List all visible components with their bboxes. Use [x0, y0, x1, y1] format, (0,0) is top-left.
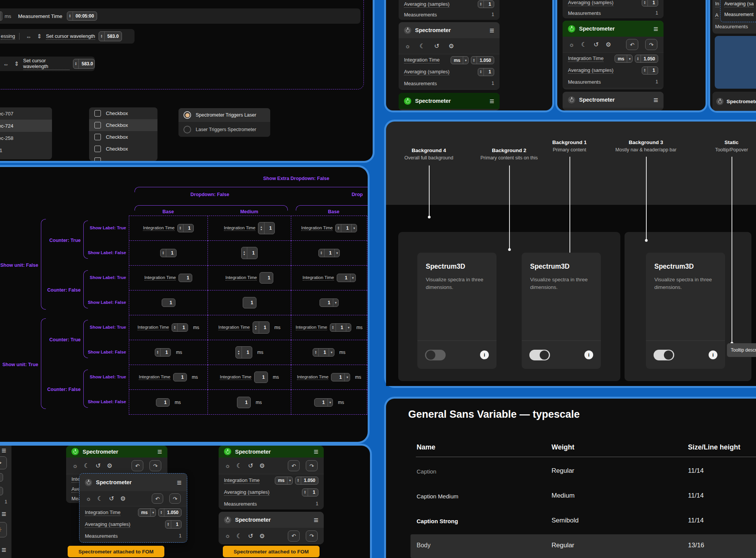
undo-button[interactable]: ↶ — [288, 460, 300, 471]
value-field[interactable]: 1 — [173, 373, 187, 381]
unit-select[interactable]: ms▾ — [615, 55, 633, 63]
card-header-green[interactable]: Spectrometer ≡ — [399, 93, 500, 109]
checkbox-icon[interactable] — [94, 146, 101, 152]
vertical-align-icon[interactable]: ⇕ — [37, 33, 42, 40]
averaging-label-clipped[interactable]: A — [715, 12, 719, 19]
menu-icon[interactable]: ≡ — [314, 516, 318, 524]
sun-icon[interactable]: ☼ — [225, 532, 230, 539]
power-icon[interactable] — [224, 516, 231, 524]
menu-icon[interactable]: ≡ — [157, 448, 162, 456]
menu-icon[interactable]: ≡ — [654, 25, 658, 33]
averaging-stepper[interactable]: ▲▼1 — [302, 488, 318, 496]
list-item[interactable]: pec-707 — [0, 107, 52, 120]
averaging-label[interactable]: Averaging (samples) — [404, 69, 449, 75]
chevron-down-icon[interactable]: ▾ — [627, 55, 632, 62]
averaging-label[interactable]: Averaging (samples) — [404, 1, 449, 8]
stepper-chevrons-icon[interactable]: ▲▼ — [67, 12, 73, 20]
radio-selected-icon[interactable] — [183, 111, 191, 119]
stepper[interactable]: ▲▼1 — [160, 249, 177, 257]
chevron-down-icon[interactable]: ▾ — [350, 274, 355, 282]
checkbox-row[interactable]: Checkbox — [89, 143, 157, 155]
menu-icon[interactable]: ≡ — [2, 446, 6, 454]
integration-stepper[interactable]: ▲▼1.050 — [635, 55, 658, 63]
redo-button[interactable]: ↷ — [169, 493, 181, 504]
stepper-dropdown[interactable]: ▲▼1▾ — [330, 323, 351, 332]
checkbox-row-partial[interactable] — [89, 155, 157, 161]
redo-button[interactable]: ↷ — [149, 460, 161, 471]
chevron-down-icon[interactable]: ▾ — [334, 249, 340, 257]
value-field[interactable]: 1 — [178, 274, 192, 282]
power-icon-green[interactable] — [71, 448, 79, 455]
chevron-down-icon[interactable]: ▾ — [344, 373, 350, 381]
chevron-down-icon[interactable]: ▾ — [463, 57, 468, 64]
redo-button[interactable]: ↷ — [306, 530, 318, 542]
power-icon[interactable] — [568, 96, 575, 104]
stepper[interactable]: ▲▼1 — [172, 323, 188, 332]
stepper[interactable]: ▲▼1 — [235, 346, 252, 358]
unit-select[interactable]: ms▾ — [451, 56, 469, 64]
averaging-stepper[interactable]: ▲▼1 — [642, 0, 658, 6]
sun-icon[interactable]: ☼ — [225, 462, 230, 469]
stepper[interactable]: ▲▼1 — [241, 247, 258, 259]
undo-button[interactable]: ↶ — [626, 39, 638, 50]
undo-button[interactable]: ↶ — [131, 460, 143, 471]
stepper-dropdown[interactable]: ▲▼1▾ — [318, 249, 340, 257]
stepper[interactable]: ▲▼1 — [177, 224, 194, 232]
power-icon-green[interactable] — [568, 25, 575, 32]
value-field[interactable]: 1 — [156, 398, 170, 407]
gear-icon[interactable]: ⚙ — [259, 532, 264, 540]
menu-icon[interactable]: ≡ — [177, 479, 182, 487]
gear-icon[interactable]: ⚙ — [107, 462, 112, 469]
wavelength-stepper[interactable]: ▲▼ 583.0 — [99, 31, 122, 41]
value-field[interactable]: 1 — [162, 298, 175, 307]
value-field[interactable]: 1 — [237, 397, 251, 408]
checkbox-icon[interactable] — [94, 122, 101, 128]
toggle-on[interactable] — [654, 350, 674, 360]
card-header[interactable]: Spectrometer ≡ — [399, 22, 500, 38]
set-cursor-wavelength-label[interactable]: Set cursor wavelength — [23, 58, 70, 70]
checkbox-icon[interactable] — [94, 157, 101, 161]
value-field[interactable]: 50 — [0, 473, 3, 482]
gear-icon[interactable]: ⚙ — [259, 462, 264, 469]
averaging-label[interactable]: Averaging (samples) — [85, 521, 130, 528]
averaging-label[interactable]: Averaging (samples) — [568, 0, 613, 6]
redo-button[interactable]: ↷ — [0, 456, 7, 469]
integration-stepper[interactable]: ▲▼1.050 — [295, 477, 318, 485]
list-item[interactable]: b 1 — [0, 144, 52, 156]
card-header[interactable]: Spectrometer ≡ — [563, 92, 664, 108]
info-icon[interactable]: i — [709, 350, 717, 359]
averaging-stepper[interactable]: ▲▼1 — [165, 520, 182, 529]
value-field-dropdown[interactable]: 1▾ — [320, 298, 339, 307]
card-header-green[interactable]: Spectrometer ≡ — [66, 446, 167, 457]
undo-button[interactable]: ↶ — [288, 530, 300, 542]
value-field[interactable]: 1 — [243, 297, 256, 308]
redo-button[interactable]: ↷ — [306, 460, 318, 471]
wavelength-stepper[interactable]: ▲▼ 583.0 — [73, 59, 95, 69]
value-field-dropdown[interactable]: 1▾ — [331, 373, 350, 381]
sun-icon[interactable]: ☼ — [72, 462, 78, 469]
averaging-stepper[interactable]: ▲▼1 — [478, 68, 494, 76]
list-item[interactable]: pec-258 — [0, 132, 52, 144]
table-row[interactable]: Caption Regular 11/14 — [386, 460, 756, 485]
value-field[interactable]: 1 — [254, 371, 268, 383]
checkbox-row[interactable]: Checkbox — [89, 119, 157, 131]
list-item[interactable]: pec-724 — [0, 120, 52, 132]
integration-time-label[interactable]: Integration Time — [404, 57, 440, 63]
sun-icon[interactable]: ☼ — [86, 495, 91, 502]
stepper[interactable]: ▲▼1 — [155, 348, 171, 357]
integration-time-label[interactable]: Integration Time — [85, 509, 120, 516]
power-icon-green[interactable] — [224, 448, 231, 455]
radio-icon[interactable] — [183, 126, 191, 133]
card-header[interactable]: Spectrometer ≡ — [79, 474, 187, 491]
unit-select[interactable]: ms▾ — [138, 508, 156, 517]
chevron-down-icon[interactable]: ▾ — [351, 224, 357, 232]
reset-icon[interactable]: ↺ — [96, 462, 101, 469]
table-row[interactable]: Caption Strong Semibold 11/14 — [386, 509, 756, 534]
chevron-down-icon[interactable]: ▾ — [346, 324, 351, 331]
floating-selected-card[interactable]: Spectrometer ≡ ☼ ☾ ↺ ⚙ ↶ ↷ Integration T… — [79, 473, 187, 543]
menu-icon[interactable]: ≡ — [2, 546, 6, 554]
power-icon[interactable] — [85, 479, 92, 486]
moon-icon[interactable]: ☾ — [237, 462, 242, 469]
radio-row-selected[interactable]: Spectrometer Triggers Laser — [178, 108, 270, 122]
menu-icon[interactable]: ≡ — [490, 97, 494, 105]
